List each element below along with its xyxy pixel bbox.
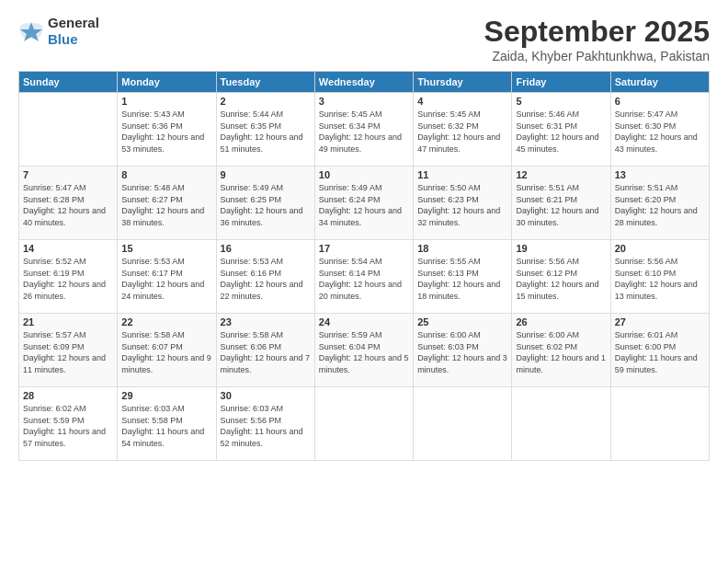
day-number: 14	[23, 243, 113, 254]
sunrise: Sunrise: 5:46 AM	[516, 109, 579, 119]
day-info: Sunrise: 5:53 AM Sunset: 6:16 PM Dayligh…	[221, 256, 311, 302]
day-info: Sunrise: 5:43 AM Sunset: 6:36 PM Dayligh…	[121, 109, 211, 155]
day-number: 17	[319, 243, 409, 254]
sunset: Sunset: 6:27 PM	[121, 195, 183, 204]
header: General Blue September 2025 Zaida, Khybe…	[18, 15, 710, 63]
sunrise: Sunrise: 5:56 AM	[516, 257, 579, 266]
sunrise: Sunrise: 6:03 AM	[121, 404, 185, 413]
sunrise: Sunrise: 5:51 AM	[615, 183, 678, 192]
day-info: Sunrise: 5:58 AM Sunset: 6:07 PM Dayligh…	[121, 329, 211, 375]
calendar-cell: 6 Sunrise: 5:47 AM Sunset: 6:30 PM Dayli…	[610, 93, 709, 167]
calendar-cell: 22 Sunrise: 5:58 AM Sunset: 6:07 PM Dayl…	[118, 314, 216, 387]
daylight: Daylight: 12 hours and 15 minutes.	[516, 280, 598, 301]
sunset: Sunset: 6:35 PM	[221, 121, 282, 131]
day-info: Sunrise: 5:55 AM Sunset: 6:13 PM Dayligh…	[417, 256, 507, 302]
month-title: September 2025	[484, 15, 710, 49]
calendar-cell: 25 Sunrise: 6:00 AM Sunset: 6:03 PM Dayl…	[414, 314, 512, 387]
day-number: 18	[417, 243, 507, 254]
sunrise: Sunrise: 6:01 AM	[615, 330, 678, 339]
calendar-cell	[19, 93, 118, 167]
sunset: Sunset: 6:32 PM	[417, 121, 479, 131]
day-number: 27	[615, 316, 705, 327]
sunset: Sunset: 6:04 PM	[319, 342, 381, 351]
sunrise: Sunrise: 6:00 AM	[516, 330, 579, 339]
sunrise: Sunrise: 5:47 AM	[23, 183, 86, 192]
calendar-week-row: 28 Sunrise: 6:02 AM Sunset: 5:59 PM Dayl…	[19, 387, 710, 461]
logo-general: General	[48, 15, 99, 30]
daylight: Daylight: 12 hours and 40 minutes.	[23, 206, 106, 227]
day-number: 13	[615, 169, 705, 180]
sunset: Sunset: 6:23 PM	[417, 195, 479, 204]
day-info: Sunrise: 5:51 AM Sunset: 6:21 PM Dayligh…	[516, 182, 606, 228]
logo-icon	[18, 21, 44, 41]
calendar-week-row: 14 Sunrise: 5:52 AM Sunset: 6:19 PM Dayl…	[19, 240, 710, 314]
sunrise: Sunrise: 5:49 AM	[319, 183, 382, 192]
day-number: 22	[121, 316, 211, 327]
day-number: 3	[319, 96, 409, 107]
calendar-cell: 7 Sunrise: 5:47 AM Sunset: 6:28 PM Dayli…	[19, 167, 118, 240]
daylight: Daylight: 12 hours and 28 minutes.	[615, 206, 698, 227]
daylight: Daylight: 12 hours and 3 minutes.	[417, 353, 507, 374]
day-number: 19	[516, 243, 606, 254]
calendar-week-row: 7 Sunrise: 5:47 AM Sunset: 6:28 PM Dayli…	[19, 167, 710, 240]
calendar-week-row: 1 Sunrise: 5:43 AM Sunset: 6:36 PM Dayli…	[19, 93, 710, 167]
daylight: Daylight: 11 hours and 52 minutes.	[221, 427, 303, 448]
calendar-cell: 5 Sunrise: 5:46 AM Sunset: 6:31 PM Dayli…	[512, 93, 610, 167]
calendar-cell: 10 Sunrise: 5:49 AM Sunset: 6:24 PM Dayl…	[314, 167, 413, 240]
day-info: Sunrise: 5:59 AM Sunset: 6:04 PM Dayligh…	[319, 329, 409, 375]
calendar-cell: 18 Sunrise: 5:55 AM Sunset: 6:13 PM Dayl…	[414, 240, 512, 314]
sunset: Sunset: 5:58 PM	[121, 416, 183, 425]
daylight: Daylight: 12 hours and 1 minute.	[516, 353, 606, 374]
sunrise: Sunrise: 5:45 AM	[417, 109, 481, 119]
day-info: Sunrise: 5:45 AM Sunset: 6:34 PM Dayligh…	[319, 109, 409, 155]
sunset: Sunset: 6:36 PM	[121, 121, 183, 131]
logo: General Blue	[18, 15, 99, 47]
calendar-cell	[512, 387, 610, 461]
sunset: Sunset: 6:10 PM	[615, 269, 677, 278]
calendar-cell: 17 Sunrise: 5:54 AM Sunset: 6:14 PM Dayl…	[314, 240, 413, 314]
day-number: 1	[121, 96, 211, 107]
daylight: Daylight: 12 hours and 20 minutes.	[319, 280, 402, 301]
day-number: 7	[23, 169, 113, 180]
sunrise: Sunrise: 5:53 AM	[121, 257, 185, 266]
calendar-cell: 28 Sunrise: 6:02 AM Sunset: 5:59 PM Dayl…	[19, 387, 118, 461]
calendar-cell: 21 Sunrise: 5:57 AM Sunset: 6:09 PM Dayl…	[19, 314, 118, 387]
calendar-cell: 1 Sunrise: 5:43 AM Sunset: 6:36 PM Dayli…	[118, 93, 216, 167]
day-number: 10	[319, 169, 409, 180]
daylight: Daylight: 12 hours and 51 minutes.	[221, 132, 303, 154]
day-info: Sunrise: 6:01 AM Sunset: 6:00 PM Dayligh…	[615, 329, 705, 375]
calendar-cell: 30 Sunrise: 6:03 AM Sunset: 5:56 PM Dayl…	[216, 387, 314, 461]
title-block: September 2025 Zaida, Khyber Pakhtunkhwa…	[484, 15, 710, 63]
calendar-cell: 20 Sunrise: 5:56 AM Sunset: 6:10 PM Dayl…	[610, 240, 709, 314]
daylight: Daylight: 12 hours and 53 minutes.	[121, 132, 204, 154]
sunrise: Sunrise: 5:56 AM	[615, 257, 678, 266]
day-number: 25	[417, 316, 507, 327]
day-info: Sunrise: 5:49 AM Sunset: 6:25 PM Dayligh…	[221, 182, 311, 228]
day-number: 9	[221, 169, 311, 180]
sunrise: Sunrise: 5:49 AM	[221, 183, 284, 192]
calendar-cell: 3 Sunrise: 5:45 AM Sunset: 6:34 PM Dayli…	[314, 93, 413, 167]
weekday-header: Wednesday	[314, 72, 413, 93]
day-info: Sunrise: 5:46 AM Sunset: 6:31 PM Dayligh…	[516, 109, 606, 155]
calendar-cell: 13 Sunrise: 5:51 AM Sunset: 6:20 PM Dayl…	[610, 167, 709, 240]
calendar-cell	[610, 387, 709, 461]
calendar-cell: 15 Sunrise: 5:53 AM Sunset: 6:17 PM Dayl…	[118, 240, 216, 314]
calendar-cell: 14 Sunrise: 5:52 AM Sunset: 6:19 PM Dayl…	[19, 240, 118, 314]
day-number: 11	[417, 169, 507, 180]
day-info: Sunrise: 5:44 AM Sunset: 6:35 PM Dayligh…	[221, 109, 311, 155]
day-info: Sunrise: 5:49 AM Sunset: 6:24 PM Dayligh…	[319, 182, 409, 228]
daylight: Daylight: 12 hours and 22 minutes.	[221, 280, 303, 301]
day-info: Sunrise: 5:56 AM Sunset: 6:12 PM Dayligh…	[516, 256, 606, 302]
calendar-cell: 16 Sunrise: 5:53 AM Sunset: 6:16 PM Dayl…	[216, 240, 314, 314]
sunrise: Sunrise: 5:43 AM	[121, 109, 185, 119]
sunset: Sunset: 6:17 PM	[121, 269, 183, 278]
day-number: 28	[23, 390, 113, 401]
sunrise: Sunrise: 5:52 AM	[23, 257, 86, 266]
sunset: Sunset: 6:14 PM	[319, 269, 381, 278]
daylight: Daylight: 12 hours and 26 minutes.	[23, 280, 106, 301]
sunrise: Sunrise: 6:00 AM	[417, 330, 481, 339]
calendar-cell: 8 Sunrise: 5:48 AM Sunset: 6:27 PM Dayli…	[118, 167, 216, 240]
daylight: Daylight: 12 hours and 47 minutes.	[417, 132, 500, 154]
location-title: Zaida, Khyber Pakhtunkhwa, Pakistan	[484, 49, 710, 63]
day-info: Sunrise: 5:57 AM Sunset: 6:09 PM Dayligh…	[23, 329, 113, 375]
